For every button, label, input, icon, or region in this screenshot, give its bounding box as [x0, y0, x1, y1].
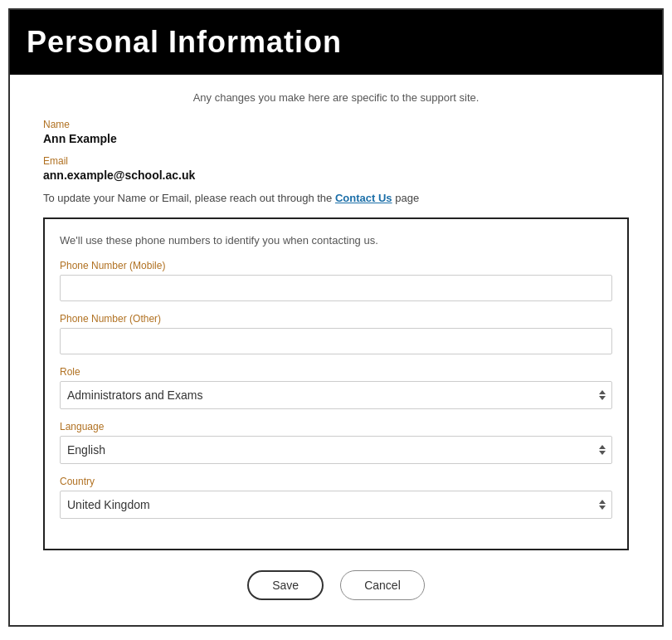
other-input[interactable] [60, 328, 612, 354]
role-field: Role Administrators and Exams Teacher St… [60, 366, 612, 409]
mobile-label: Phone Number (Mobile) [60, 260, 612, 271]
name-field-group: Name Ann Example [43, 119, 629, 145]
language-select-wrapper: English French Spanish German [60, 436, 612, 464]
country-select-wrapper: United Kingdom United States Canada Aust… [60, 491, 612, 519]
other-field: Phone Number (Other) [60, 313, 612, 354]
role-select-wrapper: Administrators and Exams Teacher Student… [60, 381, 612, 409]
mobile-input[interactable] [60, 275, 612, 301]
phone-section: We'll use these phone numbers to identif… [43, 217, 629, 550]
country-label: Country [60, 476, 612, 487]
other-label: Phone Number (Other) [60, 313, 612, 325]
update-note-suffix: page [395, 192, 419, 204]
role-select[interactable]: Administrators and Exams Teacher Student… [60, 381, 612, 409]
name-label: Name [43, 119, 629, 130]
button-row: Save Cancel [43, 570, 629, 600]
info-note: Any changes you make here are specific t… [43, 91, 629, 104]
page-wrapper: Personal Information Any changes you mak… [8, 8, 664, 627]
name-value: Ann Example [43, 132, 629, 145]
page-header: Personal Information [10, 10, 662, 75]
email-value: ann.example@school.ac.uk [43, 169, 629, 182]
language-field: Language English French Spanish German [60, 421, 612, 464]
language-select[interactable]: English French Spanish German [60, 436, 612, 464]
page-content: Any changes you make here are specific t… [10, 75, 662, 625]
email-field-group: Email ann.example@school.ac.uk [43, 155, 629, 182]
email-label: Email [43, 155, 629, 167]
update-note-prefix: To update your Name or Email, please rea… [43, 192, 335, 204]
language-label: Language [60, 421, 612, 432]
country-field: Country United Kingdom United States Can… [60, 476, 612, 519]
cancel-button[interactable]: Cancel [340, 570, 425, 600]
country-select[interactable]: United Kingdom United States Canada Aust… [60, 491, 612, 519]
save-button[interactable]: Save [247, 570, 324, 600]
update-note: To update your Name or Email, please rea… [43, 192, 629, 204]
contact-us-link[interactable]: Contact Us [335, 192, 392, 204]
role-label: Role [60, 366, 612, 378]
mobile-field: Phone Number (Mobile) [60, 260, 612, 301]
phone-note: We'll use these phone numbers to identif… [60, 234, 612, 247]
page-title: Personal Information [27, 25, 645, 60]
